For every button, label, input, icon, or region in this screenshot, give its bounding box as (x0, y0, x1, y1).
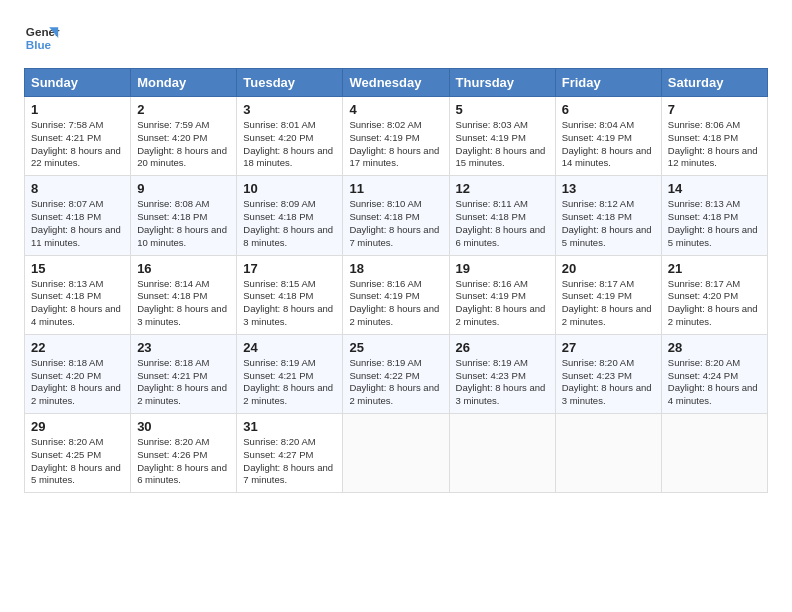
day-detail: Sunrise: 8:13 AMSunset: 4:18 PMDaylight:… (31, 278, 124, 329)
day-detail: Sunrise: 7:59 AMSunset: 4:20 PMDaylight:… (137, 119, 230, 170)
calendar-cell: 27Sunrise: 8:20 AMSunset: 4:23 PMDayligh… (555, 334, 661, 413)
day-detail: Sunrise: 8:20 AMSunset: 4:26 PMDaylight:… (137, 436, 230, 487)
day-detail: Sunrise: 8:18 AMSunset: 4:20 PMDaylight:… (31, 357, 124, 408)
calendar-cell: 21Sunrise: 8:17 AMSunset: 4:20 PMDayligh… (661, 255, 767, 334)
day-detail: Sunrise: 8:01 AMSunset: 4:20 PMDaylight:… (243, 119, 336, 170)
header-cell-sunday: Sunday (25, 69, 131, 97)
day-number: 1 (31, 102, 124, 117)
day-detail: Sunrise: 8:18 AMSunset: 4:21 PMDaylight:… (137, 357, 230, 408)
day-detail: Sunrise: 8:17 AMSunset: 4:20 PMDaylight:… (668, 278, 761, 329)
calendar-row: 15Sunrise: 8:13 AMSunset: 4:18 PMDayligh… (25, 255, 768, 334)
day-number: 24 (243, 340, 336, 355)
day-number: 22 (31, 340, 124, 355)
calendar-cell: 7Sunrise: 8:06 AMSunset: 4:18 PMDaylight… (661, 97, 767, 176)
header-cell-wednesday: Wednesday (343, 69, 449, 97)
calendar-cell: 9Sunrise: 8:08 AMSunset: 4:18 PMDaylight… (131, 176, 237, 255)
day-number: 13 (562, 181, 655, 196)
day-number: 10 (243, 181, 336, 196)
day-number: 29 (31, 419, 124, 434)
day-detail: Sunrise: 8:06 AMSunset: 4:18 PMDaylight:… (668, 119, 761, 170)
day-number: 7 (668, 102, 761, 117)
day-number: 27 (562, 340, 655, 355)
day-number: 26 (456, 340, 549, 355)
calendar-row: 29Sunrise: 8:20 AMSunset: 4:25 PMDayligh… (25, 414, 768, 493)
calendar-row: 1Sunrise: 7:58 AMSunset: 4:21 PMDaylight… (25, 97, 768, 176)
day-detail: Sunrise: 8:04 AMSunset: 4:19 PMDaylight:… (562, 119, 655, 170)
day-number: 30 (137, 419, 230, 434)
calendar-cell: 20Sunrise: 8:17 AMSunset: 4:19 PMDayligh… (555, 255, 661, 334)
calendar-cell: 17Sunrise: 8:15 AMSunset: 4:18 PMDayligh… (237, 255, 343, 334)
day-detail: Sunrise: 8:14 AMSunset: 4:18 PMDaylight:… (137, 278, 230, 329)
calendar-cell: 14Sunrise: 8:13 AMSunset: 4:18 PMDayligh… (661, 176, 767, 255)
day-detail: Sunrise: 8:20 AMSunset: 4:27 PMDaylight:… (243, 436, 336, 487)
day-number: 14 (668, 181, 761, 196)
calendar-cell: 5Sunrise: 8:03 AMSunset: 4:19 PMDaylight… (449, 97, 555, 176)
day-number: 17 (243, 261, 336, 276)
calendar-cell: 22Sunrise: 8:18 AMSunset: 4:20 PMDayligh… (25, 334, 131, 413)
calendar-cell (555, 414, 661, 493)
calendar-cell: 28Sunrise: 8:20 AMSunset: 4:24 PMDayligh… (661, 334, 767, 413)
day-detail: Sunrise: 8:03 AMSunset: 4:19 PMDaylight:… (456, 119, 549, 170)
day-number: 19 (456, 261, 549, 276)
day-detail: Sunrise: 8:12 AMSunset: 4:18 PMDaylight:… (562, 198, 655, 249)
calendar-cell: 6Sunrise: 8:04 AMSunset: 4:19 PMDaylight… (555, 97, 661, 176)
calendar-cell: 1Sunrise: 7:58 AMSunset: 4:21 PMDaylight… (25, 97, 131, 176)
day-number: 11 (349, 181, 442, 196)
day-detail: Sunrise: 8:10 AMSunset: 4:18 PMDaylight:… (349, 198, 442, 249)
calendar-cell (449, 414, 555, 493)
header-cell-saturday: Saturday (661, 69, 767, 97)
day-number: 3 (243, 102, 336, 117)
day-number: 16 (137, 261, 230, 276)
day-number: 15 (31, 261, 124, 276)
day-detail: Sunrise: 8:20 AMSunset: 4:23 PMDaylight:… (562, 357, 655, 408)
calendar-cell: 12Sunrise: 8:11 AMSunset: 4:18 PMDayligh… (449, 176, 555, 255)
day-detail: Sunrise: 8:15 AMSunset: 4:18 PMDaylight:… (243, 278, 336, 329)
header-cell-thursday: Thursday (449, 69, 555, 97)
day-number: 28 (668, 340, 761, 355)
day-detail: Sunrise: 7:58 AMSunset: 4:21 PMDaylight:… (31, 119, 124, 170)
calendar-cell: 31Sunrise: 8:20 AMSunset: 4:27 PMDayligh… (237, 414, 343, 493)
logo-icon: General Blue (24, 20, 60, 56)
calendar-cell: 19Sunrise: 8:16 AMSunset: 4:19 PMDayligh… (449, 255, 555, 334)
calendar-cell (343, 414, 449, 493)
day-number: 8 (31, 181, 124, 196)
calendar-cell: 30Sunrise: 8:20 AMSunset: 4:26 PMDayligh… (131, 414, 237, 493)
calendar-cell: 11Sunrise: 8:10 AMSunset: 4:18 PMDayligh… (343, 176, 449, 255)
day-number: 18 (349, 261, 442, 276)
day-number: 31 (243, 419, 336, 434)
day-number: 6 (562, 102, 655, 117)
day-number: 5 (456, 102, 549, 117)
day-number: 9 (137, 181, 230, 196)
day-number: 20 (562, 261, 655, 276)
day-detail: Sunrise: 8:08 AMSunset: 4:18 PMDaylight:… (137, 198, 230, 249)
day-detail: Sunrise: 8:02 AMSunset: 4:19 PMDaylight:… (349, 119, 442, 170)
calendar-cell: 15Sunrise: 8:13 AMSunset: 4:18 PMDayligh… (25, 255, 131, 334)
day-detail: Sunrise: 8:17 AMSunset: 4:19 PMDaylight:… (562, 278, 655, 329)
calendar-cell: 13Sunrise: 8:12 AMSunset: 4:18 PMDayligh… (555, 176, 661, 255)
calendar-cell: 3Sunrise: 8:01 AMSunset: 4:20 PMDaylight… (237, 97, 343, 176)
calendar-cell: 16Sunrise: 8:14 AMSunset: 4:18 PMDayligh… (131, 255, 237, 334)
header-cell-monday: Monday (131, 69, 237, 97)
day-detail: Sunrise: 8:20 AMSunset: 4:24 PMDaylight:… (668, 357, 761, 408)
calendar-table: SundayMondayTuesdayWednesdayThursdayFrid… (24, 68, 768, 493)
calendar-cell: 26Sunrise: 8:19 AMSunset: 4:23 PMDayligh… (449, 334, 555, 413)
day-detail: Sunrise: 8:09 AMSunset: 4:18 PMDaylight:… (243, 198, 336, 249)
day-number: 2 (137, 102, 230, 117)
calendar-cell: 8Sunrise: 8:07 AMSunset: 4:18 PMDaylight… (25, 176, 131, 255)
day-detail: Sunrise: 8:07 AMSunset: 4:18 PMDaylight:… (31, 198, 124, 249)
day-number: 21 (668, 261, 761, 276)
calendar-cell: 2Sunrise: 7:59 AMSunset: 4:20 PMDaylight… (131, 97, 237, 176)
header-cell-friday: Friday (555, 69, 661, 97)
day-detail: Sunrise: 8:19 AMSunset: 4:23 PMDaylight:… (456, 357, 549, 408)
calendar-cell: 10Sunrise: 8:09 AMSunset: 4:18 PMDayligh… (237, 176, 343, 255)
day-detail: Sunrise: 8:19 AMSunset: 4:22 PMDaylight:… (349, 357, 442, 408)
day-detail: Sunrise: 8:16 AMSunset: 4:19 PMDaylight:… (456, 278, 549, 329)
calendar-cell: 25Sunrise: 8:19 AMSunset: 4:22 PMDayligh… (343, 334, 449, 413)
day-number: 4 (349, 102, 442, 117)
day-number: 25 (349, 340, 442, 355)
day-detail: Sunrise: 8:13 AMSunset: 4:18 PMDaylight:… (668, 198, 761, 249)
calendar-body: 1Sunrise: 7:58 AMSunset: 4:21 PMDaylight… (25, 97, 768, 493)
calendar-cell: 4Sunrise: 8:02 AMSunset: 4:19 PMDaylight… (343, 97, 449, 176)
calendar-row: 22Sunrise: 8:18 AMSunset: 4:20 PMDayligh… (25, 334, 768, 413)
day-detail: Sunrise: 8:19 AMSunset: 4:21 PMDaylight:… (243, 357, 336, 408)
